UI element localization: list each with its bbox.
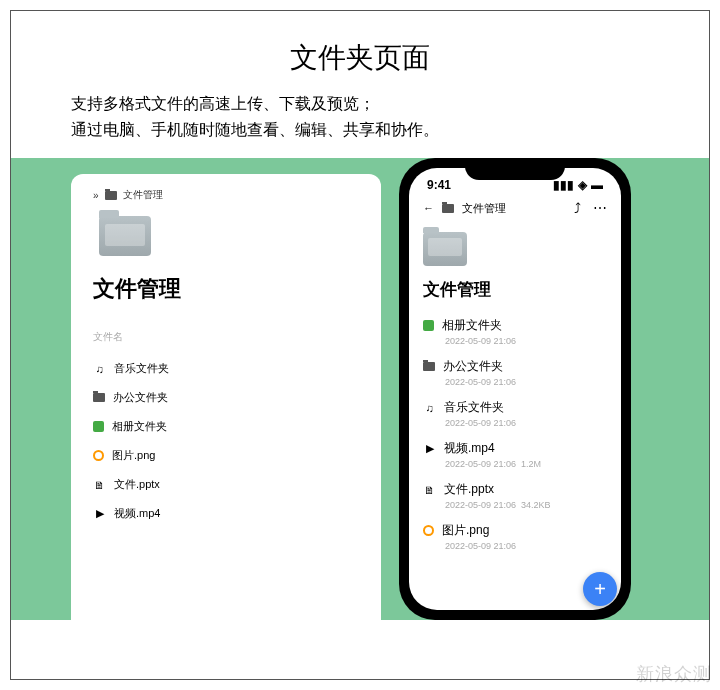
desc-line-2: 通过电脑、手机随时随地查看、编辑、共享和协作。 [71,117,649,143]
music-icon: ♫ [93,362,106,375]
breadcrumb-label: 文件管理 [123,188,163,202]
phone-screen: 9:41 ▮▮▮ ◈ ▬ ← 文件管理 ⤴ ⋯ [409,168,621,610]
list-item[interactable]: ▶视频.mp4 [93,499,359,528]
list-item[interactable]: ♫音乐文件夹 [93,354,359,383]
folder-hero-icon [99,216,151,256]
desktop-file-list: ♫音乐文件夹 办公文件夹 相册文件夹 图片.png 🗎文件.pptx ▶视频.m… [93,354,359,528]
list-item[interactable]: 办公文件夹 [93,383,359,412]
file-icon: 🗎 [93,478,106,491]
image-icon [423,525,434,536]
photo-icon [93,421,104,432]
watermark: 新浪众测 [636,662,712,686]
list-item[interactable]: 🗎文件.pptx [93,470,359,499]
list-item[interactable]: 图片.png [93,441,359,470]
mobile-file-list: 相册文件夹 2022-05-09 21:06 办公文件夹 2022-05-09 … [409,311,621,557]
back-icon[interactable]: ← [423,202,434,214]
desktop-view: » 文件管理 文件管理 文件名 ♫音乐文件夹 办公文件夹 相册文件夹 图片.pn… [71,174,381,620]
list-item[interactable]: 相册文件夹 2022-05-09 21:06 [409,311,621,352]
signal-icon: ▮▮▮ [553,178,574,192]
wifi-icon: ◈ [578,178,587,192]
folder-icon [442,204,454,213]
video-icon: ▶ [423,442,436,455]
desktop-title: 文件管理 [93,274,359,304]
list-item[interactable]: ▶视频.mp4 2022-05-09 21:06 1.2M [409,434,621,475]
share-icon[interactable]: ⤴ [574,200,581,216]
add-button[interactable]: + [583,572,617,606]
desc-line-1: 支持多格式文件的高速上传、下载及预览； [71,91,649,117]
battery-icon: ▬ [591,178,603,192]
mobile-title: 文件管理 [409,278,621,311]
list-item[interactable]: 图片.png 2022-05-09 21:06 [409,516,621,557]
folder-hero-icon [423,232,467,266]
phone-notch [465,158,565,180]
page-description: 支持多格式文件的高速上传、下载及预览； 通过电脑、手机随时随地查看、编辑、共享和… [71,91,649,142]
video-icon: ▶ [93,507,106,520]
list-item[interactable]: 办公文件夹 2022-05-09 21:06 [409,352,621,393]
chevron-icon: » [93,190,99,201]
status-time: 9:41 [427,178,451,192]
desktop-breadcrumb[interactable]: » 文件管理 [93,188,359,202]
folder-icon [423,362,435,371]
music-icon: ♫ [423,401,436,414]
outer-frame: 文件夹页面 支持多格式文件的高速上传、下载及预览； 通过电脑、手机随时随地查看、… [10,10,710,680]
mobile-view: 9:41 ▮▮▮ ◈ ▬ ← 文件管理 ⤴ ⋯ [399,158,631,620]
mobile-header: ← 文件管理 ⤴ ⋯ [409,196,621,224]
list-item[interactable]: 🗎文件.pptx 2022-05-09 21:06 34.2KB [409,475,621,516]
image-icon [93,450,104,461]
file-icon: 🗎 [423,483,436,496]
mobile-breadcrumb[interactable]: 文件管理 [462,201,506,216]
column-header-name: 文件名 [93,330,359,344]
page-title: 文件夹页面 [11,39,709,77]
photo-icon [423,320,434,331]
showcase-area: » 文件管理 文件管理 文件名 ♫音乐文件夹 办公文件夹 相册文件夹 图片.pn… [11,158,709,620]
list-item[interactable]: ♫音乐文件夹 2022-05-09 21:06 [409,393,621,434]
folder-icon [105,191,117,200]
folder-icon [93,393,105,402]
more-icon[interactable]: ⋯ [593,200,607,216]
list-item[interactable]: 相册文件夹 [93,412,359,441]
